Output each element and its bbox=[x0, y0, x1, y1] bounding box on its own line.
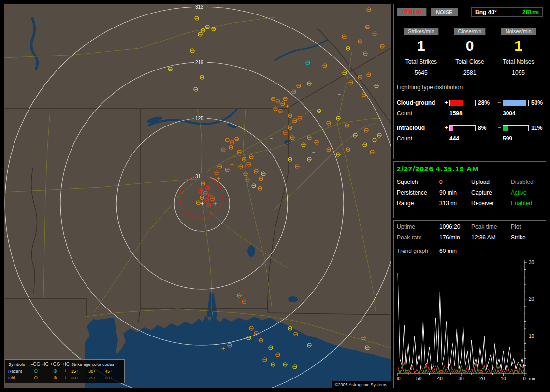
total-noises-label: Total Noises bbox=[503, 58, 534, 65]
ic-negative-bar bbox=[503, 125, 529, 131]
cg-positive-bar bbox=[449, 100, 476, 106]
copyright-text: ©2005 Astrogenic Systems bbox=[332, 381, 391, 388]
legend-col-pos-ic: +IC bbox=[60, 361, 71, 368]
pos-ic-icon: + bbox=[60, 368, 71, 375]
cloud-ground-row: Cloud-ground + 28% − 53% bbox=[397, 98, 543, 108]
neg-cg-icon: ⊖ bbox=[30, 375, 41, 381]
stats-panel: STRIKE NOISE Bng 40° 281mi Strikes/min 1… bbox=[393, 4, 546, 159]
svg-text:40: 40 bbox=[437, 376, 443, 381]
legend-row-recent: Recent bbox=[8, 368, 30, 375]
strike-toggle-button[interactable]: STRIKE bbox=[397, 8, 427, 16]
bearing-display: Bng 40° 281mi bbox=[471, 7, 543, 17]
cloud-ground-label: Cloud-ground bbox=[397, 99, 443, 106]
trend-graph-window: 60 min bbox=[439, 248, 543, 254]
squelch-value: 0 bbox=[439, 179, 471, 185]
strikes-per-min-value: 1 bbox=[417, 37, 425, 55]
squelch-label: Squelch bbox=[397, 179, 439, 185]
ic-positive-pct: 8% bbox=[476, 125, 496, 131]
plot-value: Strike bbox=[511, 234, 543, 241]
legend-col-pos-cg: +CG bbox=[50, 361, 60, 368]
cg-positive-bar-fill bbox=[450, 100, 463, 106]
svg-text:10: 10 bbox=[501, 376, 507, 381]
svg-text:50: 50 bbox=[416, 376, 422, 381]
receiver-label: Receiver bbox=[471, 200, 511, 207]
close-per-min-chip[interactable]: Close/min bbox=[454, 28, 486, 35]
count-label: Count bbox=[397, 110, 443, 117]
peak-time-value: 12:36 AM bbox=[471, 234, 511, 241]
legend-row-old: Old bbox=[8, 375, 30, 381]
upload-status: Disabled bbox=[511, 179, 543, 185]
age-15: 15+ bbox=[71, 368, 88, 375]
lightning-map[interactable]: 31321912531 Symbols -CG -IC +CG +IC Stri… bbox=[4, 4, 391, 388]
noises-rate-column: Noises/min 1 Total Noises 1095 bbox=[494, 28, 543, 76]
range-label: Range bbox=[397, 200, 439, 207]
intracloud-label: Intracloud bbox=[397, 125, 443, 131]
strikes-rate-column: Strikes/min 1 Total Strikes 5645 bbox=[397, 28, 446, 76]
svg-text:219: 219 bbox=[195, 60, 203, 65]
neg-cg-icon: ⊖ bbox=[30, 368, 41, 375]
svg-text:20: 20 bbox=[529, 296, 535, 302]
distribution-title: Lightning type distribution bbox=[397, 84, 543, 93]
ic-negative-pct: 11% bbox=[529, 125, 548, 131]
noises-per-min-value: 1 bbox=[514, 37, 522, 55]
svg-text:30: 30 bbox=[458, 376, 464, 381]
trend-panel: Uptime 1096:20 Peak time Plot Peak rate … bbox=[393, 220, 546, 388]
svg-text:31: 31 bbox=[195, 174, 201, 179]
age-30: 30+ bbox=[88, 368, 105, 375]
lightning-type-distribution: Lightning type distribution Cloud-ground… bbox=[397, 84, 543, 144]
pos-ic-icon: + bbox=[60, 375, 71, 381]
age-60: 60+ bbox=[71, 375, 88, 381]
map-canvas[interactable]: 31321912531 bbox=[4, 4, 391, 388]
svg-text:125: 125 bbox=[195, 116, 203, 121]
count-label: Count bbox=[397, 135, 443, 142]
lake bbox=[247, 245, 255, 257]
age-45: 45+ bbox=[105, 368, 121, 375]
close-rate-column: Close/min 0 Total Close 2581 bbox=[446, 28, 494, 76]
total-strikes-label: Total Strikes bbox=[405, 58, 437, 65]
trend-graph: 1020300102030405060min bbox=[397, 258, 543, 383]
cg-negative-count: 3004 bbox=[503, 110, 543, 117]
age-90: 90+ bbox=[105, 375, 121, 381]
map-legend: Symbols -CG -IC +CG +IC Strike age color… bbox=[5, 359, 125, 383]
svg-text:60: 60 bbox=[397, 376, 401, 381]
legend-symbols-header: Symbols bbox=[8, 361, 30, 368]
intracloud-count-row: Count 444 599 bbox=[397, 133, 543, 144]
capture-label: Capture bbox=[471, 189, 511, 196]
legend-col-neg-ic: -IC bbox=[41, 361, 50, 368]
legend-age-header: Strike age color codes bbox=[71, 361, 121, 368]
intracloud-row: Intracloud + 8% − 11% bbox=[397, 123, 543, 133]
lake bbox=[288, 296, 298, 302]
cg-negative-pct: 53% bbox=[529, 99, 548, 106]
svg-text:30: 30 bbox=[529, 260, 535, 265]
ic-positive-bar-fill bbox=[450, 126, 453, 131]
peak-time-label: Peak time bbox=[471, 224, 511, 230]
ic-negative-bar-fill bbox=[503, 126, 508, 131]
close-per-min-value: 0 bbox=[466, 37, 474, 55]
plus-sign: + bbox=[443, 125, 449, 131]
neg-ic-icon: − bbox=[41, 368, 50, 375]
nexstorm-window: 31321912531 Symbols -CG -IC +CG +IC Stri… bbox=[0, 0, 550, 392]
persistence-label: Persistence bbox=[397, 189, 439, 196]
peak-rate-label: Peak rate bbox=[397, 234, 439, 241]
svg-text:0: 0 bbox=[523, 376, 526, 381]
trend-graph-label: Trend graph bbox=[397, 248, 439, 254]
persistence-value: 90 min bbox=[439, 189, 471, 196]
ic-positive-bar bbox=[449, 125, 476, 131]
datetime-display: 2/27/2026 4:35:19 AM bbox=[397, 165, 543, 173]
range-value: 313 mi bbox=[439, 200, 471, 207]
ic-positive-count: 444 bbox=[449, 135, 496, 142]
capture-status: Active bbox=[511, 189, 543, 196]
upload-label: Upload bbox=[471, 179, 511, 185]
svg-text:min: min bbox=[529, 376, 536, 381]
strikes-per-min-chip[interactable]: Strikes/min bbox=[404, 28, 438, 35]
plot-label: Plot bbox=[511, 224, 543, 230]
uptime-value: 1096:20 bbox=[439, 224, 471, 230]
noise-toggle-button[interactable]: NOISE bbox=[431, 8, 458, 16]
total-close-value: 2581 bbox=[463, 70, 477, 76]
peak-rate-value: 176/min bbox=[439, 234, 471, 241]
noises-per-min-chip[interactable]: Noises/min bbox=[501, 28, 536, 35]
age-75: 75+ bbox=[88, 375, 105, 381]
minus-sign: − bbox=[496, 99, 503, 106]
total-strikes-value: 5645 bbox=[415, 70, 428, 76]
plus-sign: + bbox=[443, 99, 449, 106]
